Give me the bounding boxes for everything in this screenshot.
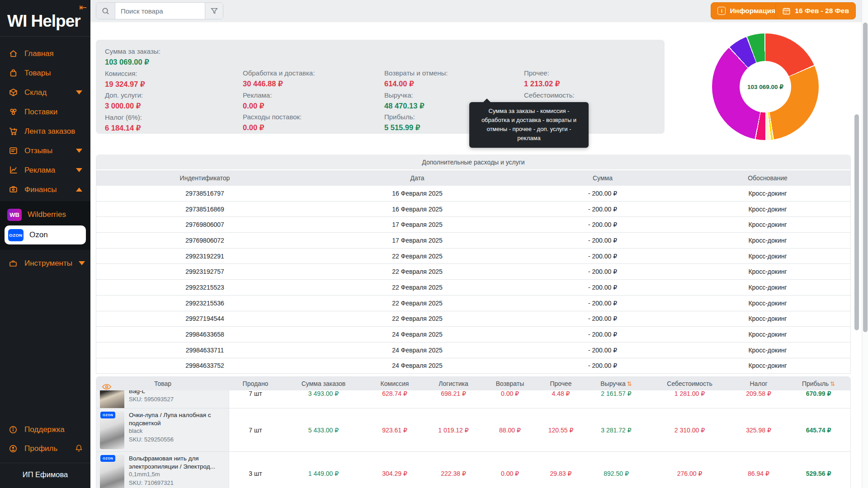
- sidebar-item-tools[interactable]: Инструменты: [0, 253, 90, 273]
- product-cell: OZONОчки-лупа / Лупа налобная с подсветк…: [96, 408, 229, 451]
- sidebar-item-label: Профиль: [24, 444, 82, 453]
- products-column-header[interactable]: Прибыль⇅: [786, 380, 851, 387]
- stat-value: 3 000.00 ₽: [105, 100, 160, 112]
- user-icon: [8, 444, 18, 454]
- information-button[interactable]: i Информация: [711, 2, 782, 19]
- product-value: 120.55 ₽: [537, 427, 585, 434]
- products-column-header[interactable]: Выручка⇅: [585, 380, 648, 387]
- expenses-column-header: Обоснование: [684, 174, 851, 182]
- products-column-label: Сумма заказов: [302, 380, 346, 387]
- finance-submenu: WBWildberriesOZONOzon: [0, 201, 90, 250]
- stat-label: Реклама:: [243, 90, 315, 100]
- page-scrollbar[interactable]: [862, 0, 868, 488]
- sort-icon[interactable]: ⇅: [830, 380, 835, 387]
- product-text: Очки-лупа / Лупа налобная с подсветкойbl…: [129, 411, 225, 444]
- product-value: 0.00 ₽: [483, 470, 537, 477]
- sidebar-item-7[interactable]: Финансы: [0, 180, 90, 199]
- sidebar-footer: Поддержка Профиль ИП Ефимова: [0, 420, 90, 488]
- product-value: 628.74 ₽: [365, 390, 424, 397]
- products-column-label: Продано: [243, 380, 269, 387]
- stat-item: Прочее:1 213.02 ₽: [524, 68, 580, 90]
- product-row[interactable]: Bag-LSKU: 5950935277 шт3 493.00 ₽628.74 …: [96, 390, 850, 408]
- filter-icon[interactable]: [205, 3, 223, 19]
- products-column-header: Логистика: [424, 380, 483, 387]
- expense-amount: - 200.00 ₽: [521, 206, 684, 213]
- expense-date: 22 Февраля 2025: [313, 315, 521, 322]
- submenu-item-wildberries[interactable]: WBWildberries: [0, 205, 90, 225]
- expenses-column-header: Индентификатор: [96, 174, 313, 182]
- ozon-badge-icon: OZON: [8, 229, 24, 241]
- product-value: 86.94 ₽: [731, 470, 786, 477]
- expenses-table-header: ИндентификаторДатаСуммаОбоснование: [96, 170, 850, 186]
- page-scrollbar-thumb[interactable]: [863, 23, 868, 332]
- expense-date: 16 Февраля 2025: [313, 190, 521, 197]
- additional-expenses-table: Дополнительные расходы и услуги Индентиф…: [96, 155, 851, 374]
- sidebar-item-label: Главная: [24, 49, 82, 58]
- stat-item: Обработка и доставка:30 446.88 ₽: [243, 68, 315, 90]
- expense-amount: - 200.00 ₽: [521, 268, 684, 275]
- sidebar-item-2[interactable]: Склад: [0, 83, 90, 102]
- chevron-down-icon: [76, 90, 82, 94]
- topbar: i Информация 16 Фев - 28 Фев: [90, 0, 868, 21]
- table-row: 2992321553622 Февраля 2025- 200.00 ₽Крос…: [96, 296, 850, 311]
- sidebar-collapse-icon[interactable]: ⇤: [79, 3, 87, 12]
- submenu-item-ozon[interactable]: OZONOzon: [5, 225, 86, 244]
- products-table: ТоварПроданоСумма заказовКомиссияЛогисти…: [96, 376, 851, 488]
- revenue-tooltip: Сумма за заказы - комиссия - обработка и…: [469, 102, 589, 148]
- expense-id: 29923192291: [96, 253, 313, 260]
- inner-scrollbar-thumb[interactable]: [854, 114, 859, 330]
- products-column-label: Прибыль: [802, 380, 829, 387]
- expense-reason: Кросс-докинг: [684, 300, 851, 307]
- sidebar-item-profile[interactable]: Профиль: [0, 439, 90, 458]
- sidebar-item-support[interactable]: Поддержка: [0, 420, 90, 439]
- stat-value: 614.00 ₽: [384, 78, 448, 89]
- bag-icon: [8, 68, 18, 78]
- product-name: Очки-лупа / Лупа налобная с подсветкой: [129, 411, 225, 427]
- stat-value: 1 213.02 ₽: [524, 78, 580, 89]
- table-row: 2998463371124 Февраля 2025- 200.00 ₽Крос…: [96, 343, 850, 358]
- bell-icon[interactable]: [75, 444, 83, 453]
- product-row[interactable]: OZONОчки-лупа / Лупа налобная с подсветк…: [96, 408, 850, 452]
- product-sku: SKU: 595093527: [129, 395, 174, 404]
- wallet-icon: [8, 185, 18, 195]
- sidebar-item-6[interactable]: Реклама: [0, 160, 90, 180]
- sort-icon[interactable]: ⇅: [627, 380, 632, 387]
- stat-item: Комиссия:19 324.97 ₽: [105, 68, 160, 90]
- product-cell: Bag-LSKU: 595093527: [96, 390, 229, 408]
- expense-date: 22 Февраля 2025: [313, 300, 521, 307]
- stat-label: Прибыль:: [384, 112, 448, 122]
- expenses-donut-chart[interactable]: 103 069.00 ₽: [712, 33, 819, 140]
- date-range-button[interactable]: 16 Фев - 28 Фев: [775, 2, 856, 19]
- products-column-header: Сумма заказов: [282, 380, 365, 387]
- expense-amount: - 200.00 ₽: [521, 253, 684, 260]
- table-row: 2976980607217 Февраля 2025- 200.00 ₽Крос…: [96, 233, 850, 249]
- table-row: 2973851686916 Февраля 2025- 200.00 ₽Крос…: [96, 202, 850, 217]
- sidebar-item-0[interactable]: Главная: [0, 44, 90, 63]
- product-value: 3 493.00 ₽: [282, 390, 365, 397]
- expense-amount: - 200.00 ₽: [521, 221, 684, 228]
- app-screen: ⇤ WI Helper ГлавнаяТоварыСкладПоставкиЛе…: [0, 0, 868, 488]
- expense-id: 29769806072: [96, 237, 313, 244]
- summary-column: Обработка и доставка:30 446.88 ₽Реклама:…: [243, 40, 315, 134]
- products-column-label: Возвраты: [496, 380, 524, 387]
- wildberries-badge-icon: WB: [7, 209, 22, 221]
- sidebar-item-label: Отзывы: [24, 146, 70, 155]
- product-value: 670.99 ₽: [786, 390, 850, 397]
- product-row[interactable]: OZONВольфрамовая нить для электроэпиляци…: [96, 452, 850, 488]
- sidebar-item-1[interactable]: Товары: [0, 63, 90, 83]
- products-column-label: Прочее: [550, 380, 571, 387]
- sidebar-item-4[interactable]: Лента заказов: [0, 122, 90, 141]
- stat-label: Сумма за заказы:: [105, 46, 160, 56]
- product-value: 304.29 ₽: [365, 470, 424, 477]
- box-icon: [8, 88, 18, 98]
- sidebar-item-5[interactable]: Отзывы: [0, 141, 90, 160]
- expense-amount: - 200.00 ₽: [521, 362, 684, 369]
- search-input[interactable]: [115, 3, 205, 19]
- product-value: 209.58 ₽: [731, 390, 786, 397]
- product-value: 29.83 ₽: [537, 470, 585, 477]
- sidebar-item-3[interactable]: Поставки: [0, 102, 90, 122]
- account-name: ИП Ефимова: [0, 463, 90, 488]
- stat-value: 5 515.99 ₽: [384, 122, 448, 133]
- expense-id: 29984633752: [96, 362, 313, 369]
- expense-id: 29984633658: [96, 331, 313, 338]
